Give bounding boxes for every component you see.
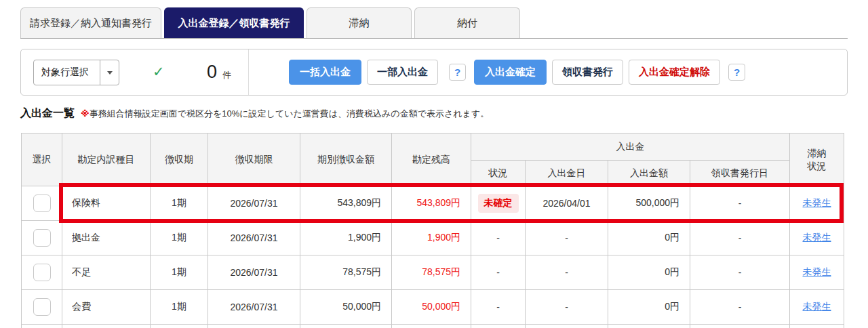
section-heading: 入出金一覧 ※事務組合情報設定画面で税区分を10%に設定していた運営費は、消費税… [20,106,489,121]
period-amount-cell: 50,000円 [300,290,392,325]
collection-period-cell: 1期 [151,255,208,290]
tab-payment[interactable]: 納付 [414,7,520,38]
status-cell: - [471,290,526,325]
selected-count: 0 件 [143,49,231,95]
select-cell [22,221,62,255]
account-item-cell: 保険料 [62,186,151,221]
header-payment-group: 入出金 [471,134,790,161]
header-payment-amount: 入出金額 [608,161,690,186]
collection-deadline-cell: 2026/07/31 [208,290,300,325]
delinquency-link[interactable]: 未発生 [803,197,831,208]
tab-label: 入出金登録／領収書発行 [178,17,290,30]
row-checkbox[interactable] [33,264,51,281]
header-period-amount: 期別徴収金額 [300,134,392,186]
header-receipt-issue-date: 領収書発行日 [690,161,790,186]
toolbar-divider [248,49,249,95]
payment-amount-cell: 500,000円 [608,186,690,221]
delinquency-cell [790,325,844,328]
select-cell [22,186,62,221]
page-title: 入出金一覧 [20,106,75,121]
toolbar-buttons: 一括入出金 一部入出金 ? 入出金確定 領収書発行 入出金確定解除 ? [289,49,745,95]
receipt-issue-date-cell: - [690,221,790,255]
period-amount-cell [300,325,392,328]
tab-billing-registration[interactable]: 請求登録／納入通知書発行 [20,7,161,38]
dropdown-caret-button[interactable] [100,60,119,85]
account-item-cell: 不足 [62,255,151,290]
tab-label: 納付 [457,17,477,30]
account-item-cell: 拠出金 [62,221,151,255]
tab-delinquency[interactable]: 滞納 [307,7,412,38]
collection-period-cell: 1期 [151,290,208,325]
table-row: 会費 1期 2026/07/31 50,000円 50,000円 - - 0円 … [22,290,844,325]
section-note: ※事務組合情報設定画面で税区分を10%に設定していた運営費は、消費税込みの金額で… [81,108,489,120]
account-item-cell: 会費 [62,290,151,325]
collection-deadline-cell: 2026/07/31 [208,186,300,221]
payment-date-cell: 2026/04/01 [526,186,608,221]
tab-label: 請求登録／納入通知書発行 [30,17,152,30]
row-select-dropdown[interactable]: 対象行選択 [33,60,119,85]
account-balance-cell: 78,575円 [392,255,471,290]
period-amount-cell: 543,809円 [300,186,392,221]
status-cell: - [471,221,526,255]
selected-count-unit: 件 [222,69,231,81]
chevron-down-icon [107,71,113,75]
note-text: 事務組合情報設定画面で税区分を10%に設定していた運営費は、消費税込みの金額で表… [90,108,490,119]
payment-date-cell: - [526,255,608,290]
table-body: 保険料 1期 2026/07/31 543,809円 543,809円 未確定 … [22,186,844,328]
payment-date-cell: - [526,290,608,325]
collection-deadline-cell: 2026/07/31 [208,221,300,255]
period-amount-cell: 1,900円 [300,221,392,255]
confirm-payment-button[interactable]: 入出金確定 [474,60,547,85]
payment-amount-cell: 0円 [608,221,690,255]
payment-amount-cell [608,325,690,328]
header-payment-date: 入出金日 [526,161,608,186]
select-cell [22,255,62,290]
header-delinquency-status: 滞納状況 [790,134,844,186]
row-checkbox[interactable] [33,229,51,247]
payment-table: 選択 勘定内訳種目 徴収期 徴収期限 期別徴収金額 勘定残高 入出金 滞納状況 … [21,133,844,328]
table-row: 拠出金 1期 2026/07/31 1,900円 1,900円 - - 0円 -… [22,221,844,255]
header-account-item: 勘定内訳種目 [62,134,151,186]
note-asterisk: ※ [81,108,90,119]
cancel-confirm-button[interactable]: 入出金確定解除 [629,60,720,85]
header-status: 状況 [471,161,526,186]
select-cell [22,325,62,328]
row-checkbox[interactable] [33,298,51,316]
table-row: 保険料 1期 2026/07/31 543,809円 543,809円 未確定 … [22,186,844,221]
collection-deadline-cell [208,325,300,328]
delinquency-link[interactable]: 未発生 [803,232,831,243]
help-button-1[interactable]: ? [449,64,466,81]
row-checkbox[interactable] [33,194,51,212]
account-balance-cell: 543,809円 [392,186,471,221]
action-toolbar: 対象行選択 ✓ 0 件 一括入出金 一部入出金 ? 入出金確定 領収書発行 入出… [20,49,848,96]
status-cell: - [471,255,526,290]
help-button-2[interactable]: ? [728,64,745,81]
account-balance-cell: 1,900円 [392,221,471,255]
issue-receipt-button[interactable]: 領収書発行 [552,60,623,85]
status-cell: 未確定 [471,186,526,221]
bulk-payment-button[interactable]: 一括入出金 [289,60,361,85]
select-cell [22,290,62,325]
delinquency-link[interactable]: 未発生 [803,266,831,277]
delinquency-cell: 未発生 [790,221,844,255]
delinquency-link[interactable]: 未発生 [803,301,831,312]
payment-table-container: 選択 勘定内訳種目 徴収期 徴収期限 期別徴収金額 勘定残高 入出金 滞納状況 … [21,133,845,328]
payment-amount-cell: 0円 [608,255,690,290]
period-amount-cell: 78,575円 [300,255,392,290]
table-row: 不足 1期 2026/07/31 78,575円 78,575円 - - 0円 … [22,255,844,290]
account-item-cell [62,325,151,328]
partial-payment-button[interactable]: 一部入出金 [367,60,438,85]
delinquency-cell: 未発生 [790,290,844,325]
header-collection-period: 徴収期 [151,134,208,186]
tab-bottom-line [20,38,848,39]
status-badge: 未確定 [478,194,519,213]
header-collection-deadline: 徴収期限 [208,134,300,186]
row-select-label: 対象行選択 [34,60,100,85]
delinquency-cell: 未発生 [790,255,844,290]
receipt-issue-date-cell: - [690,186,790,221]
payment-amount-cell: 0円 [608,290,690,325]
selected-count-value: 0 [207,62,217,83]
tab-payment-registration[interactable]: 入出金登録／領収書発行 [164,7,304,38]
collection-period-cell: 1期 [151,221,208,255]
payment-date-cell [526,325,608,328]
